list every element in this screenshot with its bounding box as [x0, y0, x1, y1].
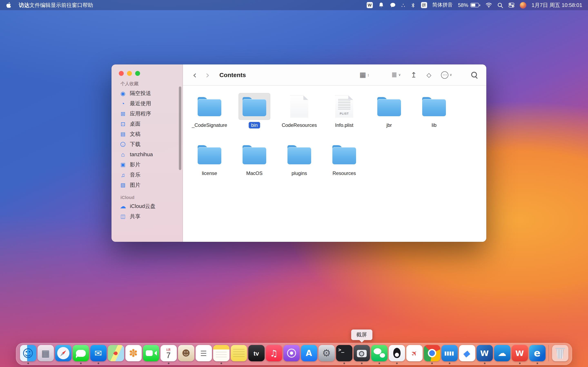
- running-indicator: [220, 363, 222, 364]
- file-Info.plist[interactable]: PLISTInfo.plist: [322, 93, 367, 141]
- mail-icon: [90, 345, 106, 361]
- safari-icon: [55, 345, 71, 361]
- dock-maps[interactable]: [107, 345, 125, 361]
- file-Resources[interactable]: Resources: [322, 141, 367, 189]
- notification-bell-icon[interactable]: [378, 2, 384, 8]
- menu-item-4[interactable]: 显示: [51, 2, 61, 8]
- dock-wps[interactable]: [511, 345, 528, 361]
- dock-settings[interactable]: [318, 345, 335, 361]
- dock-terminal[interactable]: [335, 345, 353, 361]
- dock-appletv[interactable]: tv: [247, 345, 265, 361]
- dock-edge[interactable]: [528, 345, 546, 361]
- dock-wechat[interactable]: [370, 345, 388, 361]
- file-jbr[interactable]: jbr: [367, 93, 412, 141]
- dock-notes[interactable]: [212, 345, 230, 361]
- file-area[interactable]: _CodeSignaturebinCodeResourcesPLISTInfo.…: [183, 86, 486, 242]
- forward-button[interactable]: ›: [204, 70, 211, 80]
- dock-docker[interactable]: [441, 345, 458, 361]
- dock-word[interactable]: [476, 345, 493, 361]
- zoom-button[interactable]: [135, 71, 140, 76]
- close-button[interactable]: [119, 71, 124, 76]
- dock-screenshot[interactable]: 截屏: [353, 345, 370, 361]
- file-plugins[interactable]: plugins: [277, 141, 322, 189]
- calendar-icon: 1月7: [160, 345, 177, 361]
- dock-safari[interactable]: [54, 345, 72, 361]
- dock-launchpad[interactable]: [37, 345, 54, 361]
- desktop-icon: [119, 120, 127, 127]
- sidebar-item-documents[interactable]: 文稿: [116, 129, 178, 139]
- input-method-icon[interactable]: 拼: [421, 2, 427, 8]
- dock-facetime[interactable]: [142, 345, 160, 361]
- battery-indicator[interactable]: 58%: [458, 2, 480, 8]
- sidebar-item-movies[interactable]: 影片: [116, 159, 178, 170]
- sidebar-item-desktop[interactable]: 桌面: [116, 119, 178, 129]
- dock-divider: [548, 345, 549, 361]
- back-button[interactable]: ‹: [191, 70, 198, 80]
- file-license[interactable]: license: [187, 141, 232, 189]
- menu-item-6[interactable]: 窗口: [72, 2, 82, 8]
- dock-podcasts[interactable]: [283, 345, 300, 361]
- toolbar-icons: [350, 70, 478, 79]
- dock-trash[interactable]: [551, 345, 569, 361]
- dock-music[interactable]: [265, 345, 283, 361]
- wps-tray-icon[interactable]: W: [367, 2, 373, 8]
- dock-mail[interactable]: [89, 345, 107, 361]
- group-by-icon[interactable]: [391, 71, 401, 79]
- finder-icon: [20, 345, 36, 361]
- clock[interactable]: 1月7日 周五 10:58:01: [531, 1, 582, 9]
- menu-item-3[interactable]: 编辑: [40, 2, 51, 8]
- wifi-icon[interactable]: [485, 2, 492, 8]
- dock-contacts[interactable]: [177, 345, 195, 361]
- file-_CodeSignature[interactable]: _CodeSignature: [187, 93, 232, 141]
- dock-finder[interactable]: [19, 345, 37, 361]
- grid-view-icon[interactable]: [360, 71, 369, 79]
- file-MacOS[interactable]: MacOS: [232, 141, 277, 189]
- apple-menu[interactable]: [6, 2, 11, 8]
- dock-stickies[interactable]: [230, 345, 247, 361]
- minimize-button[interactable]: [127, 71, 132, 76]
- system-preferences-icon: [318, 345, 335, 361]
- sidebar-item-recents[interactable]: 最近使用: [116, 98, 178, 108]
- cloud-icon: [119, 203, 127, 209]
- sidebar-item-pictures[interactable]: 图片: [116, 180, 178, 190]
- dock-messages[interactable]: [72, 345, 89, 361]
- sidebar-item-airdrop[interactable]: 隔空投送: [116, 88, 178, 98]
- sidebar-scrollbar[interactable]: [179, 86, 181, 170]
- share-icon[interactable]: [411, 70, 417, 79]
- file-CodeResources[interactable]: CodeResources: [277, 93, 322, 141]
- running-indicator: [519, 363, 520, 364]
- sidebar-item-home[interactable]: tanzhihua: [116, 149, 178, 159]
- file-lib[interactable]: lib: [412, 93, 457, 141]
- clock-icon: [119, 100, 127, 107]
- spotlight-search-icon[interactable]: [497, 2, 503, 8]
- control-center-icon[interactable]: [508, 2, 514, 8]
- tag-icon[interactable]: [426, 71, 431, 78]
- dock-kite[interactable]: [458, 345, 476, 361]
- menu-item-5[interactable]: 前往: [61, 2, 72, 8]
- more-options-icon[interactable]: [441, 71, 452, 78]
- sidebar-item-downloads[interactable]: 下载: [116, 139, 178, 149]
- dock-qq[interactable]: [388, 345, 406, 361]
- menu-item-7[interactable]: 帮助: [82, 2, 93, 8]
- sidebar-item-shared[interactable]: 共享: [116, 211, 178, 221]
- music-note-icon: [119, 171, 127, 178]
- dock-chrome[interactable]: [423, 345, 441, 361]
- user-avatar[interactable]: [520, 2, 526, 8]
- bluetooth-icon[interactable]: [410, 2, 415, 8]
- sidebar-item-music[interactable]: 音乐: [116, 170, 178, 180]
- menu-item-1[interactable]: 访达: [19, 2, 29, 8]
- menu-item-2[interactable]: 文件: [29, 2, 40, 8]
- dock-calendar[interactable]: 1月7: [160, 345, 177, 361]
- dock-reminders[interactable]: [195, 345, 212, 361]
- sidebar-item-applications[interactable]: 应用程序: [116, 108, 178, 119]
- dock-appstore[interactable]: [300, 345, 318, 361]
- sidebar-item-icloud[interactable]: iCloud云盘: [116, 201, 178, 211]
- file-bin[interactable]: bin: [232, 93, 277, 141]
- dock-rocket[interactable]: [406, 345, 423, 361]
- dock-photos[interactable]: [125, 345, 142, 361]
- search-icon[interactable]: [471, 71, 478, 78]
- dock-clouddrive[interactable]: [493, 345, 511, 361]
- wechat-tray-icon[interactable]: [389, 2, 396, 8]
- input-method-label[interactable]: 简体拼音: [432, 2, 453, 8]
- dots-menu-icon[interactable]: ∴: [401, 2, 405, 8]
